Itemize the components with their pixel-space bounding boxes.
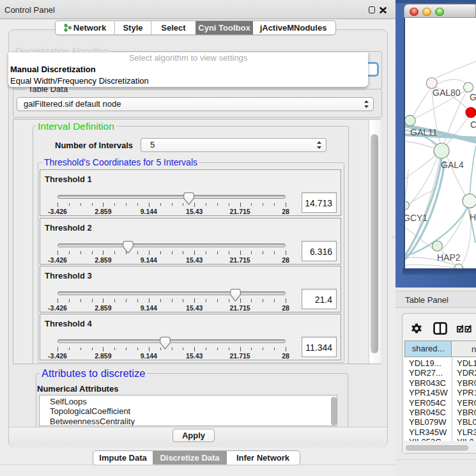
svg-text:GAL4: GAL4 (441, 160, 464, 170)
svg-text:GA: GA (470, 92, 476, 102)
svg-text:HAP2: HAP2 (437, 252, 461, 263)
svg-text:H: H (470, 212, 476, 222)
svg-text:C: C (470, 119, 476, 130)
svg-text:GCY1: GCY1 (404, 213, 427, 223)
svg-text:GAL80: GAL80 (433, 88, 461, 98)
svg-text:GAL11: GAL11 (410, 127, 438, 137)
